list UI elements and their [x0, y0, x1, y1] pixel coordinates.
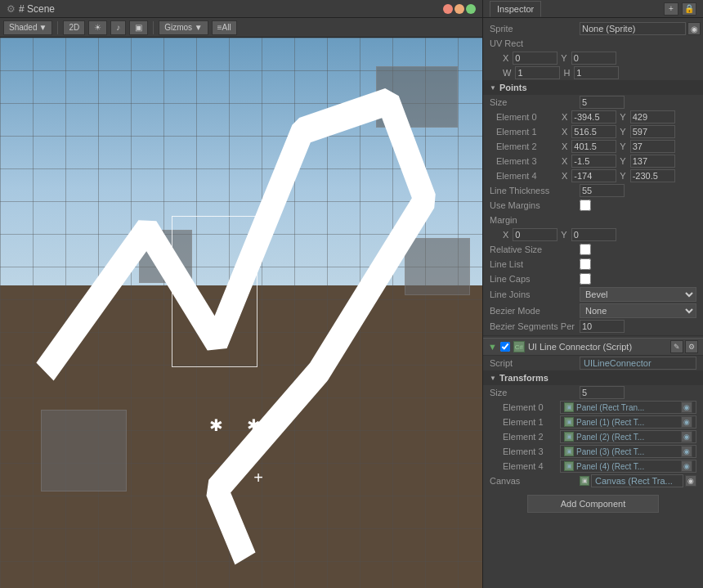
crosshair-3: +	[253, 469, 263, 487]
script-value: UILineConnector	[580, 357, 696, 370]
inspector-content[interactable]: Sprite ◉ UV Rect X Y W H	[483, 18, 703, 588]
margin-xy-group: X Y	[503, 228, 616, 241]
transform-elements-container: Element 0 ▣ Panel (Rect Tran... ◉ Elemen…	[483, 400, 703, 474]
transforms-size-input[interactable]	[580, 386, 625, 399]
transform-element-0-row: Element 0 ▣ Panel (Rect Tran... ◉	[483, 400, 703, 415]
sprite-picker-btn[interactable]: ◉	[687, 22, 701, 35]
element-2-y[interactable]	[630, 140, 675, 153]
element-4-label: Element 4	[496, 171, 562, 181]
points-size-row: Size	[483, 95, 703, 110]
maximize-btn[interactable]	[466, 4, 476, 14]
close-btn[interactable]	[443, 4, 453, 14]
element-3-row: Element 3 X Y	[483, 154, 703, 168]
inspector-panel: Inspector + 🔒 Sprite ◉ UV Rect X Y	[482, 0, 703, 588]
transform-element-4-row: Element 4 ▣ Panel (4) (Rect T... ◉	[483, 459, 703, 474]
line-list-checkbox[interactable]	[580, 258, 591, 270]
line-caps-checkbox[interactable]	[580, 273, 591, 285]
component-enabled-checkbox[interactable]	[500, 342, 510, 352]
bezier-mode-select[interactable]: None Cubic Catmull	[580, 303, 696, 318]
element-3-y[interactable]	[630, 155, 675, 168]
uv-y-input[interactable]	[571, 52, 616, 65]
line-joins-select[interactable]: Bevel Miter Round	[580, 287, 696, 302]
gizmos-dropdown[interactable]: Gizmos ▼	[159, 20, 208, 35]
uv-x-input[interactable]	[513, 52, 557, 65]
transform-element-0-label: Element 0	[503, 402, 560, 412]
component-edit-btn[interactable]: ✎	[670, 340, 683, 353]
element-1-x[interactable]	[571, 125, 616, 138]
transforms-section-header[interactable]: ▼ Transforms	[483, 370, 703, 385]
inspector-controls: + 🔒	[664, 2, 696, 16]
sunlight-icon[interactable]: ☀	[88, 20, 107, 35]
script-row: Script UILineConnector	[483, 356, 703, 370]
inspector-add-btn[interactable]: +	[664, 2, 678, 16]
element-2-x[interactable]	[571, 140, 616, 153]
margin-x-input[interactable]	[513, 228, 557, 241]
relative-size-checkbox[interactable]	[580, 244, 591, 255]
transform-element-4-value: ▣ Panel (4) (Rect T... ◉	[560, 460, 696, 473]
sprite-row: Sprite ◉	[483, 21, 703, 36]
points-triangle: ▼	[490, 84, 496, 92]
divider-1	[483, 335, 703, 336]
transforms-triangle: ▼	[490, 375, 496, 382]
points-title: Points	[499, 83, 527, 92]
transform-element-1-row: Element 1 ▣ Panel (1) (Rect T... ◉	[483, 415, 703, 429]
margin-label: Margin	[490, 215, 580, 225]
shading-dropdown[interactable]: Shaded ▼	[3, 20, 52, 35]
transform-element-1-icon: ▣	[564, 417, 574, 427]
line-thickness-label: Line Thickness	[490, 186, 580, 195]
transforms-size-label: Size	[490, 388, 580, 397]
element-1-label: Element 1	[496, 127, 562, 137]
element-1-xy: X Y	[562, 125, 675, 138]
element-0-y[interactable]	[630, 110, 675, 123]
uv-rect-label: UV Rect	[490, 38, 580, 48]
points-size-input[interactable]	[580, 96, 625, 109]
toolbar-sep-1	[57, 21, 58, 34]
margin-label-row: Margin	[483, 213, 703, 227]
image-icon[interactable]: ▣	[129, 20, 148, 35]
line-joins-row: Line Joins Bevel Miter Round	[483, 286, 703, 303]
canvas-row: Canvas ▣ Canvas (Rect Tra... ◉	[483, 474, 703, 488]
component-fold-triangle: ▼	[488, 342, 497, 352]
element-1-y[interactable]	[630, 125, 675, 138]
uv-xy-group: X Y	[503, 52, 616, 65]
bezier-segments-input[interactable]	[580, 320, 625, 333]
element-4-y[interactable]	[630, 169, 675, 182]
uv-w-input[interactable]	[515, 66, 560, 79]
line-drawing	[0, 38, 482, 588]
element-4-x[interactable]	[571, 169, 616, 182]
transform-element-3-value: ▣ Panel (3) (Rect T... ◉	[560, 445, 696, 458]
line-thickness-input[interactable]	[580, 184, 625, 197]
element-3-x[interactable]	[571, 155, 616, 168]
component-btns: ✎ ⚙	[670, 340, 698, 353]
view-2d-btn[interactable]: 2D	[63, 20, 85, 35]
inspector-tab[interactable]: Inspector	[490, 1, 541, 17]
use-margins-checkbox[interactable]	[580, 200, 591, 211]
minimize-btn[interactable]	[454, 4, 464, 14]
transform-element-1-gear[interactable]: ◉	[681, 416, 692, 428]
all-layers-dropdown[interactable]: ≡All	[212, 20, 237, 35]
canvas-gear-btn[interactable]: ◉	[685, 475, 696, 487]
margin-xy-row: X Y	[483, 227, 703, 242]
transform-element-4-gear[interactable]: ◉	[681, 460, 692, 472]
transform-element-0-gear[interactable]: ◉	[681, 402, 692, 413]
canvas-label: Canvas	[490, 476, 580, 486]
scene-panel: ⚙ # Scene Shaded ▼ 2D ☀ ♪ ▣ Gizmos ▼ ≡Al…	[0, 0, 482, 588]
element-4-xy: X Y	[562, 169, 675, 182]
use-margins-row: Use Margins	[483, 198, 703, 213]
uv-h-input[interactable]	[574, 66, 619, 79]
sprite-input[interactable]	[580, 22, 686, 35]
add-component-btn[interactable]: Add Component	[527, 495, 660, 513]
inspector-lock-btn[interactable]: 🔒	[682, 2, 696, 16]
scene-toolbar: Shaded ▼ 2D ☀ ♪ ▣ Gizmos ▼ ≡All	[0, 18, 482, 38]
component-menu-btn[interactable]: ⚙	[685, 340, 698, 353]
audio-icon[interactable]: ♪	[110, 20, 126, 35]
transform-element-3-gear[interactable]: ◉	[681, 446, 692, 457]
transform-element-2-value: ▣ Panel (2) (Rect T... ◉	[560, 430, 696, 443]
transform-element-2-gear[interactable]: ◉	[681, 431, 692, 442]
element-0-x[interactable]	[571, 110, 616, 123]
points-section-header[interactable]: ▼ Points	[483, 80, 703, 95]
transform-element-0-icon: ▣	[564, 402, 574, 412]
scene-viewport[interactable]: ✱ ✱ +	[0, 38, 482, 588]
line-thickness-row: Line Thickness	[483, 183, 703, 198]
margin-y-input[interactable]	[571, 228, 616, 241]
